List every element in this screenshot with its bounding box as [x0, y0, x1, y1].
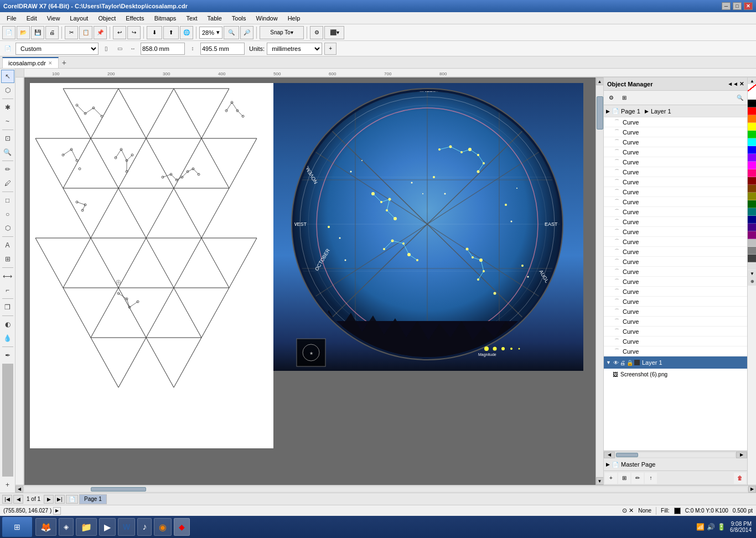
shape-tool-btn[interactable]: ✱	[1, 101, 14, 114]
delete-layer-btn[interactable]: 🗑	[734, 473, 746, 484]
curve-item-3[interactable]: ⌒ Curve	[604, 137, 747, 147]
layer-print-icon[interactable]: 🖨	[620, 360, 625, 366]
prev-page-btn[interactable]: ◀	[13, 495, 23, 504]
canvas-area[interactable]: NORTH EAST WEST SEPTEMBER AUGUST OCTOBER…	[24, 77, 603, 485]
curve-item-1[interactable]: ⌒ Curve	[604, 117, 747, 127]
screenshot-item[interactable]: 🖼 Screenshot (6).png	[604, 369, 747, 380]
effect-tool-btn[interactable]: ❒	[1, 301, 14, 314]
curve-item-20[interactable]: ⌒ Curve	[604, 307, 747, 317]
curve-item-14[interactable]: ⌒ Curve	[604, 247, 747, 257]
menu-bitmaps[interactable]: Bitmaps	[150, 14, 181, 23]
color-purple[interactable]	[748, 224, 756, 231]
edit-across-layers-btn[interactable]: ⊞	[618, 92, 630, 104]
close-button[interactable]: ✕	[744, 2, 753, 10]
hscroll-left-btn[interactable]: ◀	[15, 486, 23, 493]
curve-item-18[interactable]: ⌒ Curve	[604, 287, 747, 297]
save-btn[interactable]: 💾	[31, 26, 44, 39]
smear-tool-btn[interactable]: ~	[1, 115, 14, 128]
curve-item-6[interactable]: ⌒ Curve	[604, 167, 747, 177]
curve-item-11[interactable]: ⌒ Curve	[604, 217, 747, 227]
last-page-btn[interactable]: ▶|	[55, 495, 65, 504]
table-tool-btn[interactable]: ⊞	[1, 252, 14, 266]
artistic-tool-btn[interactable]: 🖊	[1, 177, 14, 190]
color-blue[interactable]	[748, 146, 756, 154]
palette-down-btn[interactable]: ▼	[748, 270, 756, 277]
curve-item-21[interactable]: ⌒ Curve	[604, 317, 747, 327]
color-green[interactable]	[748, 131, 756, 138]
eyedropper-btn[interactable]: 💧	[1, 332, 14, 345]
curve-item-9[interactable]: ⌒ Curve	[604, 197, 747, 207]
tab-close-btn[interactable]: ✕	[48, 60, 53, 66]
curve-item-7[interactable]: ⌒ Curve	[604, 177, 747, 187]
show-object-properties-btn[interactable]: ⚙	[605, 92, 617, 104]
units-dropdown[interactable]: millimetres	[267, 43, 322, 55]
new-tab-btn[interactable]: +	[59, 57, 70, 68]
menu-edit[interactable]: Edit	[22, 14, 42, 23]
hscroll-thumb[interactable]	[91, 487, 146, 492]
layer-lock-icon[interactable]: 🔒	[626, 360, 633, 366]
dim-tool-btn[interactable]: ⟷	[1, 270, 14, 283]
add-page-nav-btn[interactable]: 📄	[66, 495, 78, 504]
height-input[interactable]	[200, 43, 245, 55]
vertical-scrollbar[interactable]: ▲ ▼	[596, 77, 603, 485]
color-pink[interactable]	[748, 169, 756, 177]
tab-icosalamp[interactable]: icosalamp.cdr ✕	[2, 57, 59, 68]
hscroll-right-btn[interactable]: ▶	[748, 486, 756, 493]
menu-object[interactable]: Object	[94, 14, 120, 23]
import-btn[interactable]: ⬇	[147, 26, 162, 39]
menu-tools[interactable]: Tools	[227, 14, 251, 23]
zoom-out-btn[interactable]: 🔎	[240, 26, 253, 39]
scroll-thumb[interactable]	[597, 96, 603, 130]
curve-item-16[interactable]: ⌒ Curve	[604, 267, 747, 277]
obj-hscrollbar[interactable]: ◀ ▶	[604, 451, 747, 458]
menu-layout[interactable]: Layout	[65, 14, 92, 23]
curve-item-2[interactable]: ⌒ Curve	[604, 127, 747, 137]
hscroll-thumb[interactable]	[616, 453, 638, 457]
taskbar-corel[interactable]: ◆	[174, 518, 190, 536]
maximize-button[interactable]: □	[733, 2, 742, 10]
color-navy[interactable]	[748, 216, 756, 224]
snap-btn[interactable]: Snap To ▾	[260, 26, 304, 39]
cut-btn[interactable]: ✂	[65, 26, 78, 39]
menu-text[interactable]: Text	[182, 14, 201, 23]
add-page-btn[interactable]: +	[324, 43, 336, 55]
horizontal-scrollbar[interactable]: ◀ ▶	[15, 485, 756, 493]
master-page-row[interactable]: ▶ 📄 Master Page	[604, 458, 747, 470]
open-btn[interactable]: 📂	[17, 26, 30, 39]
taskbar-media[interactable]: ▶	[99, 518, 116, 536]
curve-item-19[interactable]: ⌒ Curve	[604, 297, 747, 307]
outline-tool-btn[interactable]: ✒	[1, 349, 14, 362]
node-tool-btn[interactable]: ⬡	[1, 84, 14, 97]
curve-item-12[interactable]: ⌒ Curve	[604, 227, 747, 237]
publish-btn[interactable]: 🌐	[180, 26, 193, 39]
edit-layer-btn[interactable]: ✏	[631, 473, 644, 484]
pan-btn[interactable]: +	[1, 478, 14, 492]
new-master-layer-btn[interactable]: ⊞	[618, 473, 630, 484]
color-brown[interactable]	[748, 185, 756, 193]
taskbar-word[interactable]: W	[118, 518, 135, 536]
scroll-up-arrow[interactable]: ▲	[596, 77, 604, 85]
redo-btn[interactable]: ↪	[127, 26, 141, 39]
color-white[interactable]	[748, 92, 756, 100]
color-silver[interactable]	[748, 239, 756, 247]
minimize-button[interactable]: ─	[722, 2, 731, 10]
new-layer-btn[interactable]: +	[605, 473, 617, 484]
text-tool-btn[interactable]: A	[1, 239, 14, 252]
menu-file[interactable]: File	[2, 14, 21, 23]
next-page-btn[interactable]: ▶	[44, 495, 54, 504]
fill-tool-btn[interactable]: ◐	[1, 318, 14, 331]
menu-view[interactable]: View	[43, 14, 65, 23]
taskbar-firefox[interactable]: 🦊	[35, 518, 56, 536]
color-yellow[interactable]	[748, 123, 756, 131]
undo-btn[interactable]: ↩	[113, 26, 126, 39]
color-red[interactable]	[748, 107, 756, 115]
search-btn[interactable]: 🔍	[734, 92, 746, 104]
color-darkgray[interactable]	[748, 255, 756, 262]
color-magenta[interactable]	[748, 162, 756, 169]
zoom-dropdown[interactable]: 28% ▾	[199, 27, 222, 39]
first-page-btn[interactable]: |◀	[2, 495, 12, 504]
paste-btn[interactable]: 📌	[94, 26, 107, 39]
move-obj-up-btn[interactable]: ↑	[645, 473, 657, 484]
color-darkmagenta[interactable]	[748, 231, 756, 239]
color-lightgray[interactable]	[748, 262, 756, 270]
